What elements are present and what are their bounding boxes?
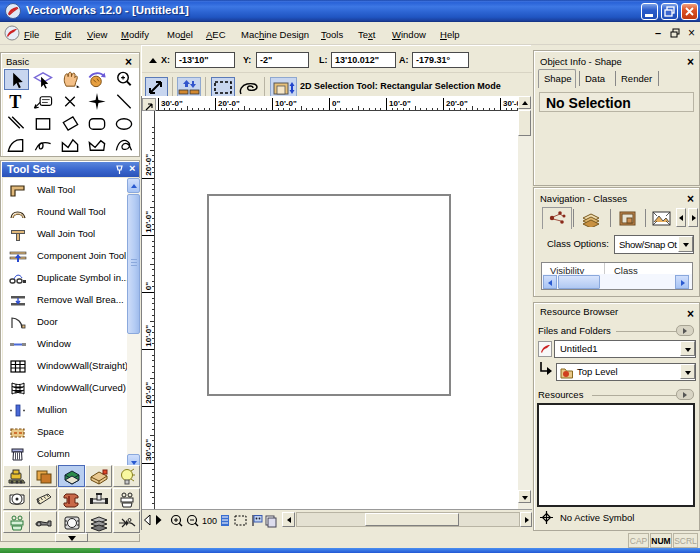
svg-text:100: 100	[202, 516, 217, 526]
svg-text:T: T	[9, 92, 21, 112]
